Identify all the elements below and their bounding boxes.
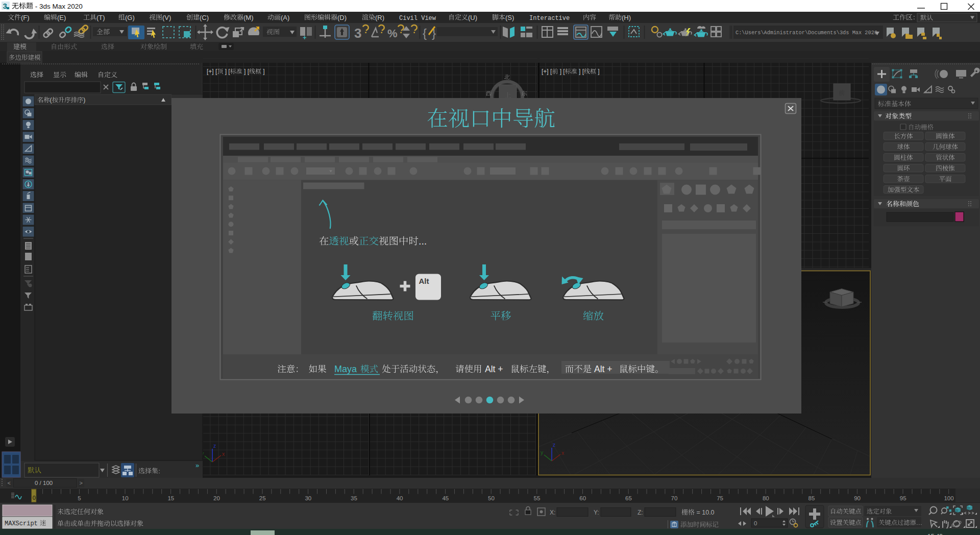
svg-text:30: 30: [305, 495, 311, 501]
svg-text:= 10.0: = 10.0: [695, 509, 715, 516]
svg-text:x: x: [222, 451, 225, 457]
svg-text:%: %: [387, 27, 398, 40]
svg-text:(C): (C): [200, 14, 209, 21]
svg-text:15:43: 15:43: [927, 533, 943, 535]
svg-text:35: 35: [351, 495, 357, 501]
svg-text:75: 75: [717, 495, 723, 501]
svg-text:Civil View: Civil View: [399, 15, 436, 22]
svg-text:[+] [: [+] [: [542, 68, 552, 75]
svg-text:...: ...: [419, 235, 427, 247]
svg-text:(H): (H): [622, 14, 631, 21]
svg-text:]: ]: [261, 68, 265, 75]
svg-text:{: {: [423, 26, 427, 40]
svg-text:[+] [: [+] [: [207, 68, 217, 75]
svg-text:(A): (A): [281, 14, 289, 21]
svg-text:100: 100: [944, 495, 953, 501]
svg-text:3: 3: [354, 26, 361, 41]
svg-text:20: 20: [213, 495, 220, 501]
svg-text:Maya: Maya: [334, 364, 357, 374]
svg-text:(V): (V): [162, 14, 171, 21]
svg-text:40: 40: [397, 495, 403, 501]
svg-text:] [: ] [: [242, 68, 250, 75]
svg-text:85: 85: [808, 495, 815, 501]
svg-text:C:\Users\Administrator\Documen: C:\Users\Administrator\Documents\3ds Max…: [736, 30, 877, 36]
svg-text:(G): (G): [125, 14, 135, 21]
svg-text:] [: ] [: [223, 68, 230, 75]
svg-text:(M): (M): [243, 14, 254, 21]
svg-text:Alt +: Alt +: [485, 364, 505, 374]
svg-text:5: 5: [78, 495, 81, 501]
svg-text:x: x: [561, 450, 565, 456]
svg-text:Y:: Y:: [594, 509, 599, 516]
svg-text:y: y: [541, 449, 544, 455]
svg-text:10: 10: [122, 495, 129, 501]
svg-text:] [: ] [: [577, 68, 584, 75]
svg-text:Alt: Alt: [419, 277, 429, 285]
svg-text:z: z: [213, 443, 216, 449]
svg-text:50: 50: [488, 495, 495, 501]
svg-text:»: »: [195, 461, 199, 469]
svg-text:(F): (F): [21, 14, 30, 21]
svg-text:- 3ds Max 2020: - 3ds Max 2020: [33, 3, 83, 10]
svg-text:Interactive: Interactive: [529, 15, 570, 22]
svg-text:95: 95: [900, 495, 906, 501]
svg-text:Z:: Z:: [638, 509, 643, 516]
svg-text:65: 65: [625, 495, 632, 501]
svg-text:]: ]: [596, 68, 600, 75]
svg-text:80: 80: [763, 495, 769, 501]
svg-text:(T): (T): [96, 14, 105, 21]
svg-text:<: <: [8, 480, 11, 486]
svg-text:+: +: [303, 34, 307, 41]
svg-text:>: >: [80, 480, 83, 486]
svg-text:] [: ] [: [558, 68, 565, 75]
svg-text:(D): (D): [337, 14, 347, 21]
svg-text:45: 45: [442, 495, 449, 501]
svg-text:(S): (S): [505, 14, 514, 21]
svg-text:0: 0: [754, 520, 757, 526]
svg-text:0: 0: [33, 495, 36, 501]
svg-text:3: 3: [3, 2, 7, 10]
svg-text:60: 60: [579, 495, 586, 501]
svg-text:90: 90: [854, 495, 861, 501]
svg-text:0 / 100: 0 / 100: [35, 480, 53, 486]
svg-text:X:: X:: [550, 509, 555, 516]
svg-text:70: 70: [671, 495, 678, 501]
svg-text:25: 25: [259, 495, 266, 501]
svg-text:z: z: [553, 442, 555, 448]
svg-text:15: 15: [167, 495, 174, 501]
svg-text:MAXScript: MAXScript: [5, 520, 41, 527]
svg-text:Alt +: Alt +: [594, 364, 615, 374]
svg-text:55: 55: [534, 495, 541, 501]
svg-text:(R): (R): [375, 14, 384, 21]
svg-text:(E): (E): [57, 14, 66, 21]
svg-text:(U): (U): [468, 14, 477, 21]
svg-text:): ): [83, 96, 85, 104]
